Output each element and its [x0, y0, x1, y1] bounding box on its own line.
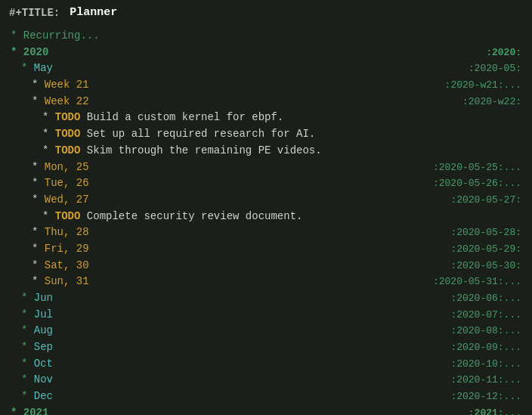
date-tag: :2020-05-27: [435, 193, 521, 208]
list-item: * Recurring... [9, 28, 523, 45]
date-tag: :2020-05-25:... [418, 160, 521, 175]
date-tag: :2020-05-26:... [418, 176, 521, 191]
date-tag: :2020-06:... [435, 291, 521, 306]
todo-keyword: TODO [55, 210, 81, 222]
list-item: * Oct:2020-10:... [9, 356, 523, 373]
list-item: * Sat, 30:2020-05-30: [9, 258, 523, 274]
date-tag: :2020-12:... [435, 389, 521, 404]
list-item: * May:2020-05: [9, 60, 523, 77]
title-line: #+TITLE: Planner [9, 6, 523, 19]
list-item: * Nov:2020-11:... [9, 372, 523, 389]
list-item: * TODO Complete security review document… [9, 209, 523, 225]
title-text: Planner [63, 6, 117, 19]
date-tag: :2020-05: [453, 61, 521, 76]
date-tag: :2020-08:... [435, 324, 521, 339]
date-tag: :2020-w22: [447, 94, 521, 110]
list-item: * Dec:2020-12:... [9, 389, 523, 405]
title-prefix: #+TITLE: [9, 7, 60, 19]
list-item: * TODO Build a custom kernel for ebpf. [9, 110, 523, 126]
list-item: * TODO Set up all required research for … [9, 126, 523, 143]
planner-content: * Recurring...* 2020:2020:* May:2020-05:… [9, 28, 523, 415]
date-tag: :2020-05-30: [435, 259, 521, 274]
list-item: * Week 21:2020-w21:... [9, 77, 523, 94]
todo-keyword: TODO [55, 111, 81, 123]
date-tag: :2020: [471, 45, 521, 60]
list-item: * Sep:2020-09:... [9, 339, 523, 356]
list-item: * Fri, 29:2020-05-29: [9, 241, 523, 258]
list-item: * Jul:2020-07:... [9, 307, 523, 324]
list-item: * TODO Skim through the remaining PE vid… [9, 143, 523, 159]
list-item: * Aug:2020-08:... [9, 323, 523, 339]
date-tag: :2020-09:... [435, 340, 521, 355]
todo-keyword: TODO [55, 144, 81, 156]
list-item: * Mon, 25:2020-05-25:... [9, 159, 523, 176]
date-tag: :2020-05-29: [435, 242, 521, 257]
list-item: * 2021:2021:... [9, 405, 523, 415]
list-item: * Week 22:2020-w22: [9, 94, 523, 110]
date-tag: :2020-05-28: [435, 225, 521, 240]
date-tag: :2020-10:... [435, 357, 521, 372]
list-item: * 2020:2020: [9, 45, 523, 61]
list-item: * Jun:2020-06:... [9, 290, 523, 307]
date-tag: :2020-11:... [435, 373, 521, 388]
date-tag: :2020-05-31:... [418, 274, 521, 290]
date-tag: :2020-07:... [435, 308, 521, 323]
list-item: * Wed, 27:2020-05-27: [9, 192, 523, 209]
list-item: * Tue, 26:2020-05-26:... [9, 175, 523, 192]
list-item: * Sun, 31:2020-05-31:... [9, 274, 523, 290]
date-tag: :2021:... [453, 406, 521, 415]
todo-keyword: TODO [55, 128, 81, 140]
list-item: * Thu, 28:2020-05-28: [9, 225, 523, 241]
date-tag: :2020-w21:... [430, 78, 521, 93]
